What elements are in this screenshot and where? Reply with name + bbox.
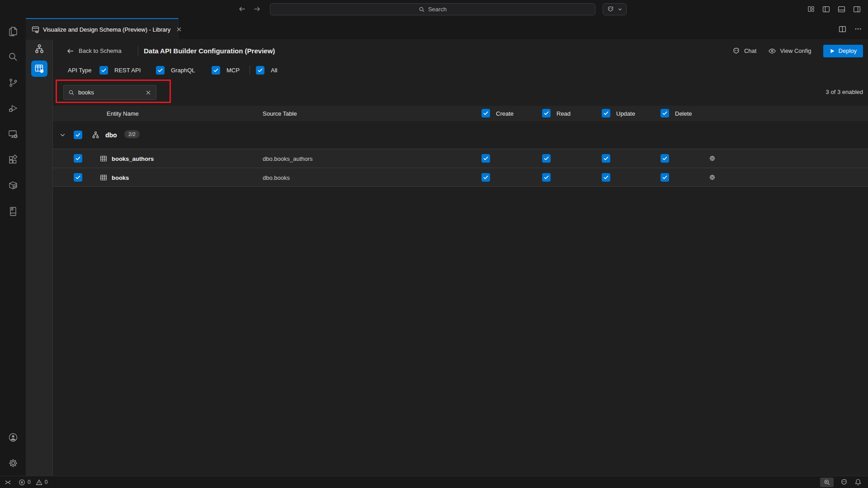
- toggle-primary-sidebar-icon[interactable]: [822, 5, 830, 13]
- create-checkbox[interactable]: [481, 173, 490, 182]
- vscode-window: Search: [0, 0, 868, 488]
- warning-icon: [36, 479, 42, 486]
- read-checkbox[interactable]: [542, 173, 551, 182]
- account-icon[interactable]: [0, 424, 26, 450]
- tab-schema-designer[interactable]: Visualize and Design Schema (Preview) - …: [26, 18, 179, 40]
- deploy-label: Deploy: [839, 47, 857, 54]
- eye-icon: [768, 47, 776, 55]
- database-icon[interactable]: [0, 198, 26, 224]
- entity-name-header: Entity Name: [107, 106, 139, 121]
- view-config-button[interactable]: View Config: [768, 47, 811, 55]
- table-icon: [100, 174, 107, 181]
- graphql-label: GraphQL: [171, 67, 195, 74]
- table-config-icon[interactable]: [31, 61, 47, 77]
- split-editor-icon[interactable]: [839, 25, 846, 33]
- magnifier-icon: [419, 6, 425, 13]
- editor-content: Back to Schema Data API Builder Configur…: [26, 40, 868, 476]
- back-arrow-icon[interactable]: [239, 5, 246, 13]
- filter-graphql: GraphQL: [156, 62, 195, 78]
- entity-name: books_authors: [112, 149, 154, 168]
- tab-label: Visualize and Design Schema (Preview) - …: [43, 26, 170, 33]
- all-checkbox[interactable]: [256, 66, 264, 75]
- view-config-label: View Config: [780, 47, 811, 54]
- table-header-row: Entity Name Source Table Create Read Upd…: [53, 106, 868, 121]
- error-icon: [19, 479, 25, 486]
- command-center-search[interactable]: Search: [270, 3, 595, 15]
- toggle-secondary-sidebar-icon[interactable]: [853, 5, 861, 13]
- create-all-checkbox[interactable]: [481, 109, 490, 117]
- delete-all-checkbox[interactable]: [660, 109, 669, 117]
- copilot-icon: [732, 47, 741, 55]
- delete-checkbox[interactable]: [660, 154, 669, 163]
- chevron-down-icon: [618, 7, 623, 12]
- row-settings-gear-icon[interactable]: [708, 174, 716, 181]
- copilot-menu-button[interactable]: [603, 3, 627, 15]
- create-checkbox[interactable]: [481, 154, 490, 163]
- editor-area: Visualize and Design Schema (Preview) - …: [26, 18, 868, 476]
- schema-group-row: dbo 2/2: [53, 121, 868, 149]
- magnifier-icon: [68, 89, 75, 96]
- deploy-button[interactable]: Deploy: [823, 45, 863, 57]
- activity-bar: [0, 18, 26, 476]
- update-checkbox[interactable]: [602, 173, 610, 182]
- chevron-down-icon[interactable]: [59, 131, 66, 138]
- group-name: dbo: [105, 121, 117, 149]
- source-control-icon[interactable]: [0, 70, 26, 95]
- more-actions-icon[interactable]: [854, 25, 862, 33]
- toggle-panel-icon[interactable]: [838, 5, 845, 13]
- problems-indicator[interactable]: 0 0: [19, 479, 47, 486]
- update-all-checkbox[interactable]: [602, 109, 610, 117]
- all-label: All: [271, 67, 277, 74]
- explorer-icon[interactable]: [0, 18, 26, 44]
- entity-search-box: [63, 85, 156, 100]
- remote-explorer-icon[interactable]: [0, 121, 26, 147]
- update-checkbox[interactable]: [602, 154, 610, 163]
- run-debug-icon[interactable]: [0, 95, 26, 121]
- update-header: Update: [616, 106, 635, 121]
- container-icon[interactable]: [0, 173, 26, 198]
- search-icon[interactable]: [0, 44, 26, 70]
- group-checkbox[interactable]: [74, 131, 82, 139]
- play-icon: [830, 48, 835, 54]
- entity-row-books-authors: books_authors dbo.books_authors: [53, 149, 868, 168]
- entity-search-input[interactable]: [78, 89, 142, 96]
- read-header: Read: [557, 106, 571, 121]
- source-table-header: Source Table: [263, 106, 297, 121]
- extensions-icon[interactable]: [0, 147, 26, 173]
- status-bar: 0 0: [0, 476, 868, 488]
- command-center-label: Search: [428, 6, 447, 13]
- filter-divider: [250, 66, 250, 75]
- read-checkbox[interactable]: [542, 154, 551, 163]
- row-checkbox[interactable]: [74, 154, 82, 163]
- filter-all: All: [256, 62, 277, 78]
- read-all-checkbox[interactable]: [542, 109, 551, 117]
- title-bar: Search: [0, 0, 868, 18]
- error-count: 0: [28, 479, 31, 485]
- designer-toolbar: [26, 40, 53, 476]
- delete-checkbox[interactable]: [660, 173, 669, 182]
- settings-gear-icon[interactable]: [0, 450, 26, 476]
- layout-customize-icon[interactable]: [807, 5, 815, 13]
- back-to-schema-button[interactable]: Back to Schema: [67, 40, 122, 62]
- close-icon[interactable]: [176, 26, 182, 33]
- back-arrow-icon: [67, 47, 74, 55]
- schema-view-icon[interactable]: [31, 42, 47, 56]
- warning-count: 0: [45, 479, 48, 485]
- forward-arrow-icon[interactable]: [253, 5, 260, 13]
- annotation-highlight-box: [56, 80, 171, 103]
- copilot-icon[interactable]: [840, 478, 848, 486]
- filter-mcp: MCP: [212, 62, 240, 78]
- chat-button[interactable]: Chat: [732, 47, 756, 55]
- graphql-checkbox[interactable]: [156, 66, 165, 75]
- api-type-label: API Type: [68, 62, 92, 78]
- row-checkbox[interactable]: [74, 173, 82, 182]
- rest-api-checkbox[interactable]: [99, 66, 108, 75]
- mcp-checkbox[interactable]: [212, 66, 220, 75]
- schema-icon: [92, 131, 99, 139]
- clear-search-icon[interactable]: [145, 89, 151, 96]
- remote-indicator-icon[interactable]: [5, 479, 11, 486]
- entity-name: books: [112, 168, 129, 187]
- row-settings-gear-icon[interactable]: [708, 155, 716, 162]
- bell-icon[interactable]: [854, 479, 862, 486]
- zoom-in-icon[interactable]: [820, 478, 834, 487]
